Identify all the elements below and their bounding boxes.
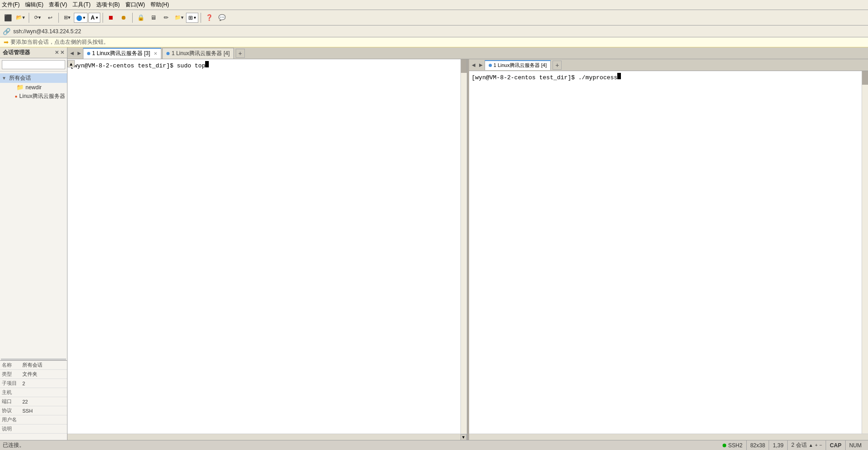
pane-right-tab-label: 1 Linux腾讯云服务器 [4] <box>494 62 547 69</box>
pane-left-scroll-up[interactable]: ▲ <box>67 60 75 67</box>
sidebar-search-container <box>0 58 67 72</box>
lock-button[interactable]: 🔒 <box>135 12 147 24</box>
prop-row-type: 类型 文件夹 <box>0 370 67 379</box>
stop-button[interactable]: ⏹ <box>105 12 117 24</box>
undo-button[interactable]: ↩ <box>44 12 56 24</box>
tab-nav-left[interactable]: ◀ <box>68 48 76 58</box>
status-cursor-label: 1,39 <box>773 442 783 449</box>
prop-val-name: 所有会话 <box>21 361 67 370</box>
new-button[interactable]: ⬛ <box>2 12 14 24</box>
terminal-left-scrollbar[interactable] <box>460 59 467 434</box>
pane-left-scroll-down[interactable]: ▼ <box>460 434 467 440</box>
sidebar: 会话管理器 ✕ ✕ ▼ 所有会话 📁 newdir ● <box>0 47 67 440</box>
status-cap: CAP <box>826 440 845 450</box>
menu-tools[interactable]: 工具(T) <box>72 1 90 9</box>
chat-button[interactable]: 💬 <box>216 12 228 24</box>
terminal-left-content[interactable]: [wyn@VM-8-2-centos test_dir]$ sudo top <box>67 59 460 434</box>
sidebar-header: 会话管理器 ✕ ✕ <box>0 47 67 58</box>
pane-right-tab-bar: ◀ ▶ 1 Linux腾讯云服务器 [4] + <box>469 59 868 71</box>
status-green-dot <box>723 444 726 447</box>
menu-file[interactable]: 文件(F) <box>2 1 20 9</box>
menu-edit[interactable]: 编辑(E) <box>25 1 43 9</box>
terminal-right-content[interactable]: [wyn@VM-8-2-centos test_dir]$ ./myproces… <box>469 71 862 434</box>
prop-key-children: 子项目 <box>0 379 21 388</box>
tree-item-linux-server[interactable]: ● Linux腾讯云服务器 <box>0 92 67 101</box>
tab-1-close[interactable]: ✕ <box>154 51 157 56</box>
toolbar: ⬛ 📂▾ ⟳▾ ↩ ⊞▾ ⬤▾ A▾ ⏹ ⏺ 🔒 🖥 ✏ 📁▾ ⊞▾ ❓ 💬 <box>0 10 868 26</box>
sidebar-search-input[interactable] <box>2 60 65 69</box>
tab-1[interactable]: 1 Linux腾讯云服务器 [3] ✕ <box>83 48 161 59</box>
tree-item-newdir-label: newdir <box>26 84 41 91</box>
menu-window[interactable]: 窗口(W) <box>125 1 145 9</box>
grid-dropdown[interactable]: ⊞▾ <box>186 13 198 23</box>
prop-row-name: 名称 所有会话 <box>0 361 67 370</box>
folder2-button[interactable]: 📁▾ <box>173 12 185 24</box>
terminal-right-prompt: [wyn@VM-8-2-centos test_dir]$ ./myproces… <box>472 73 859 81</box>
statusbar: 已连接。 SSH2 82x38 1,39 2 会话 ▲ + − CAP NUM <box>0 440 868 450</box>
address-text: ssh://wyn@43.143.224.5:22 <box>13 28 81 35</box>
refresh-button[interactable]: ⟳▾ <box>31 12 43 24</box>
hint-text: 要添加当前会话，点击左侧的箭头按钮。 <box>10 38 109 46</box>
prop-val-username <box>21 415 67 424</box>
tab-2[interactable]: 1 Linux腾讯云服务器 [4] <box>162 48 233 59</box>
pane-right-nav-left[interactable]: ◀ <box>470 60 477 70</box>
tree-item-newdir[interactable]: 📁 newdir <box>0 83 67 92</box>
open-button[interactable]: 📂▾ <box>15 12 26 24</box>
main-tab-bar: ◀ ▶ 1 Linux腾讯云服务器 [3] ✕ 1 Linux腾讯云服务器 [4… <box>67 47 868 59</box>
folder-icon: 📁 <box>16 84 24 91</box>
pane-right-nav-right[interactable]: ▶ <box>477 60 485 70</box>
monitor-button[interactable]: 🖥 <box>148 12 160 24</box>
terminal-area: ◀ ▶ 1 Linux腾讯云服务器 [3] ✕ 1 Linux腾讯云服务器 [4… <box>67 47 868 440</box>
tab-dot-1 <box>87 52 90 55</box>
status-sessions-plus: + <box>815 443 818 448</box>
server-icon: ● <box>15 94 17 99</box>
tab-nav-right[interactable]: ▶ <box>76 48 83 58</box>
status-sessions-minus: − <box>819 443 822 448</box>
toolbar-sep-1 <box>29 13 29 23</box>
terminal-right-scrollbar[interactable] <box>862 71 868 434</box>
tab-2-label: 1 Linux腾讯云服务器 [4] <box>171 50 229 57</box>
scrollbar-left-thumb[interactable] <box>461 59 467 73</box>
color-dropdown[interactable]: ⬤▾ <box>74 13 88 23</box>
prop-key-desc: 说明 <box>0 424 21 434</box>
status-sessions: 2 会话 ▲ + − <box>787 440 826 450</box>
hintbar: ➡ 要添加当前会话，点击左侧的箭头按钮。 <box>0 37 868 47</box>
status-size-label: 82x38 <box>750 442 765 449</box>
status-ssh2: SSH2 <box>719 440 746 450</box>
prop-key-type: 类型 <box>0 370 21 379</box>
prop-row-desc: 说明 <box>0 424 67 434</box>
menu-tabs[interactable]: 选项卡(B) <box>96 1 120 9</box>
menubar: 文件(F) 编辑(E) 查看(V) 工具(T) 选项卡(B) 窗口(W) 帮助(… <box>0 0 868 10</box>
status-cap-label: CAP <box>830 442 841 449</box>
layout-button[interactable]: ⊞▾ <box>61 12 73 24</box>
terminal-pane-left: ▲ [wyn@VM-8-2-centos test_dir]$ sudo top… <box>67 59 467 440</box>
scrollbar-right-thumb[interactable] <box>862 71 868 85</box>
prop-row-protocol: 协议 SSH <box>0 406 67 415</box>
tree-item-all-sessions[interactable]: ▼ 所有会话 <box>0 73 67 83</box>
prompt-right-text: [wyn@VM-8-2-centos test_dir]$ ./myproces… <box>472 74 618 81</box>
pane-right-tab[interactable]: 1 Linux腾讯云服务器 [4] <box>485 60 551 70</box>
help-button[interactable]: ❓ <box>203 12 215 24</box>
tab-dot-2 <box>166 52 170 55</box>
pane-right-add-button[interactable]: + <box>553 61 562 70</box>
record-button[interactable]: ⏺ <box>118 12 130 24</box>
prop-key-name: 名称 <box>0 361 21 370</box>
menu-view[interactable]: 查看(V) <box>49 1 67 9</box>
terminal-right-scroll-area: [wyn@VM-8-2-centos test_dir]$ ./myproces… <box>469 71 868 434</box>
toolbar-sep-3 <box>103 13 103 23</box>
terminal-pane-right: ◀ ▶ 1 Linux腾讯云服务器 [4] + [wyn@VM-8-2-cent… <box>469 59 868 440</box>
menu-help[interactable]: 帮助(H) <box>150 1 169 9</box>
prop-row-children: 子项目 2 <box>0 379 67 388</box>
toolbar-sep-4 <box>132 13 133 23</box>
prop-val-children: 2 <box>21 379 67 388</box>
prop-key-host: 主机 <box>0 388 21 397</box>
addressbar: 🔗 ssh://wyn@43.143.224.5:22 <box>0 26 868 37</box>
tab-add-button[interactable]: + <box>236 49 245 58</box>
expand-icon: ▼ <box>2 76 7 81</box>
tree-item-server-label: Linux腾讯云服务器 <box>19 92 65 100</box>
font-dropdown[interactable]: A▾ <box>88 13 100 23</box>
sidebar-close-button[interactable]: ✕ ✕ <box>55 50 64 56</box>
prop-val-protocol: SSH <box>21 406 67 415</box>
status-connected-text: 已连接。 <box>3 441 719 449</box>
edit-button[interactable]: ✏ <box>160 12 172 24</box>
